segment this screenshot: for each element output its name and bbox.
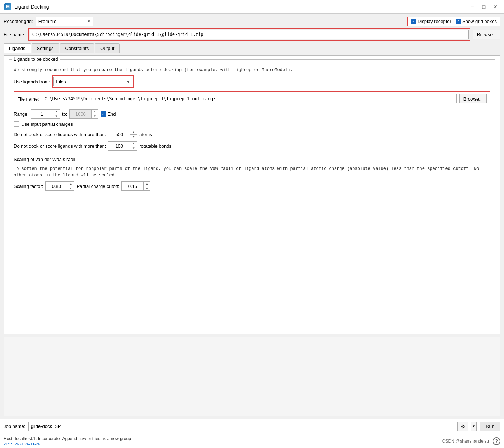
display-receptor-item[interactable]: ✓ Display receptor: [411, 19, 451, 24]
receptor-file-highlight: [28, 28, 470, 41]
use-ligands-label: Use ligands from:: [14, 79, 50, 84]
maximize-button[interactable]: □: [480, 3, 488, 11]
status-left: Host=localhost:1, Incorporate=Append new…: [4, 436, 131, 446]
range-to-label: to:: [62, 111, 67, 117]
main-content: Receptor grid: From file ▼ ✓ Display rec…: [0, 14, 504, 419]
status-right: CSDN @shanshandeisu ?: [442, 437, 500, 445]
display-receptor-label: Display receptor: [417, 19, 451, 24]
close-button[interactable]: ✕: [491, 3, 500, 11]
scaling-description: To soften the potential for nonpolar par…: [14, 166, 490, 179]
scaling-group-title: Scaling of van der Waals radii: [12, 157, 77, 162]
brand-text: CSDN @shanshandeisu: [442, 439, 489, 444]
scaling-factor-spinner[interactable]: ▲ ▼: [45, 181, 74, 191]
title-bar: M Ligand Docking − □ ✕: [0, 0, 504, 14]
dock-bonds-row: Do not dock or score ligands with more t…: [14, 141, 490, 151]
scaling-factor-input[interactable]: [46, 182, 67, 190]
partial-charges-label: Use input partial charges: [21, 121, 73, 127]
status-bar: Host=localhost:1, Incorporate=Append new…: [0, 434, 504, 448]
range-to-down-arrow[interactable]: ▼: [92, 114, 98, 119]
show-grid-boxes-checkbox[interactable]: ✓: [456, 19, 461, 24]
partial-charges-checkbox[interactable]: [14, 121, 19, 127]
receptor-file-input[interactable]: [30, 30, 469, 39]
dock-bonds-down-arrow[interactable]: ▼: [130, 146, 137, 151]
scaling-factor-arrows: ▲ ▼: [67, 182, 74, 190]
range-to-arrows: ▲ ▼: [91, 110, 98, 118]
job-name-input[interactable]: [28, 422, 454, 431]
gear-dropdown-button[interactable]: ▼: [471, 422, 477, 431]
scaling-cutoff-arrows: ▲ ▼: [143, 182, 150, 190]
range-to-spinner[interactable]: ▲ ▼: [69, 109, 98, 119]
tab-output[interactable]: Output: [95, 43, 120, 53]
recommend-text: We strongly recommend that you prepare t…: [14, 68, 490, 73]
range-from-up-arrow[interactable]: ▲: [53, 110, 60, 114]
scaling-cutoff-up-arrow[interactable]: ▲: [144, 182, 150, 186]
dock-atoms-up-arrow[interactable]: ▲: [130, 130, 137, 135]
job-name-label: Job name:: [4, 424, 25, 429]
end-checkbox[interactable]: ✓: [101, 111, 106, 117]
ligands-file-row: File name: Browse...: [17, 94, 487, 103]
title-bar-left: M Ligand Docking: [4, 3, 49, 10]
use-ligands-dropdown[interactable]: Files ▼: [53, 77, 132, 86]
receptor-file-label: File name:: [4, 32, 25, 37]
dock-atoms-label1: Do not dock or score ligands with more t…: [14, 132, 106, 137]
ligands-browse-button[interactable]: Browse...: [459, 94, 487, 103]
dropdown-arrow-icon: ▼: [87, 19, 91, 23]
range-from-spinner[interactable]: ▲ ▼: [31, 109, 60, 119]
receptor-grid-dropdown[interactable]: From file ▼: [36, 17, 93, 26]
dock-bonds-input[interactable]: [108, 142, 130, 150]
range-row: Range: ▲ ▼ to: ▲ ▼: [14, 109, 490, 119]
run-button[interactable]: Run: [480, 422, 500, 431]
help-button[interactable]: ?: [493, 437, 500, 445]
empty-bottom-area: [4, 337, 500, 416]
scaling-cutoff-label: Partial charge cutoff:: [76, 184, 119, 189]
show-grid-boxes-label: Show grid boxes: [462, 19, 497, 24]
use-ligands-highlight: Files ▼: [52, 75, 134, 88]
dock-atoms-spinner[interactable]: ▲ ▼: [108, 130, 137, 139]
dock-atoms-row: Do not dock or score ligands with more t…: [14, 130, 490, 139]
scaling-group-box: Scaling of van der Waals radii To soften…: [9, 160, 495, 194]
ligands-file-label: File name:: [17, 96, 39, 102]
display-receptor-checkbox[interactable]: ✓: [411, 19, 416, 24]
receptor-browse-button[interactable]: Browse...: [473, 30, 500, 39]
use-ligands-row: Use ligands from: Files ▼: [14, 75, 490, 88]
window-controls: − □ ✕: [468, 3, 500, 11]
dock-atoms-arrows: ▲ ▼: [130, 130, 137, 139]
job-bar: Job name: ⚙ ▼ Run: [0, 419, 504, 434]
range-to-up-arrow[interactable]: ▲: [92, 110, 98, 114]
scaling-cutoff-input[interactable]: [122, 182, 143, 190]
receptor-row: Receptor grid: From file ▼ ✓ Display rec…: [4, 17, 500, 26]
range-from-input[interactable]: [31, 110, 53, 118]
ligands-group-box: Ligands to be docked We strongly recomme…: [9, 59, 495, 156]
partial-charges-row: Use input partial charges: [14, 121, 490, 127]
use-ligands-value: Files: [56, 79, 66, 84]
receptor-grid-label: Receptor grid:: [4, 19, 33, 24]
ligands-group-title: Ligands to be docked: [12, 56, 60, 62]
scaling-factor-label: Scaling factor:: [14, 184, 43, 189]
tab-settings[interactable]: Settings: [32, 43, 59, 53]
end-label: End: [107, 111, 116, 117]
range-from-down-arrow[interactable]: ▼: [53, 114, 60, 119]
main-window: M Ligand Docking − □ ✕ Receptor grid: Fr…: [0, 0, 504, 448]
scaling-factor-down-arrow[interactable]: ▼: [67, 186, 74, 191]
dock-bonds-label1: Do not dock or score ligands with more t…: [14, 143, 106, 149]
end-checkbox-item[interactable]: ✓ End: [101, 111, 116, 117]
dock-bonds-up-arrow[interactable]: ▲: [130, 142, 137, 146]
minimize-button[interactable]: −: [468, 3, 477, 11]
tabs-container: Ligands Settings Constraints Output: [4, 43, 500, 53]
dock-bonds-arrows: ▲ ▼: [130, 142, 137, 150]
scaling-row: Scaling factor: ▲ ▼ Partial charge cutof…: [14, 181, 490, 191]
dock-atoms-down-arrow[interactable]: ▼: [130, 135, 137, 139]
ligands-file-input[interactable]: [42, 94, 457, 103]
receptor-file-row: File name: Browse...: [4, 28, 500, 41]
tab-ligands[interactable]: Ligands: [4, 43, 31, 53]
dock-atoms-input[interactable]: [108, 130, 130, 139]
gear-button[interactable]: ⚙: [457, 422, 468, 431]
ligands-dropdown-arrow-icon: ▼: [126, 80, 130, 84]
dock-bonds-spinner[interactable]: ▲ ▼: [108, 141, 137, 151]
show-grid-boxes-item[interactable]: ✓ Show grid boxes: [456, 19, 497, 24]
tab-constraints[interactable]: Constraints: [60, 43, 94, 53]
scaling-cutoff-spinner[interactable]: ▲ ▼: [121, 181, 150, 191]
scaling-cutoff-down-arrow[interactable]: ▼: [144, 186, 150, 191]
dock-bonds-label2: rotatable bonds: [139, 143, 172, 149]
scaling-factor-up-arrow[interactable]: ▲: [67, 182, 74, 186]
